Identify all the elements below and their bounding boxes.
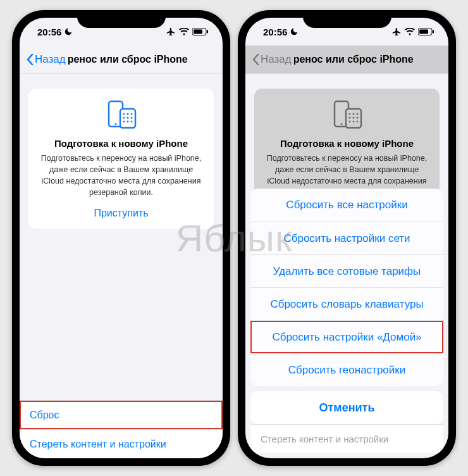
svg-rect-2	[207, 30, 208, 34]
battery-icon	[418, 28, 434, 35]
moon-icon	[64, 27, 73, 36]
notch	[303, 10, 391, 28]
reset-row[interactable]: Сброс	[20, 400, 223, 429]
chevron-left-icon	[26, 53, 34, 66]
card-body: Подготовьтесь к переносу на новый iPhone…	[39, 153, 204, 199]
svg-point-26	[356, 117, 358, 119]
svg-point-7	[126, 113, 128, 115]
status-time: 20:56	[263, 27, 287, 37]
screen-left: 20:56 Назад Пере	[20, 18, 223, 458]
svg-point-8	[130, 113, 132, 115]
svg-point-13	[126, 121, 128, 123]
sheet-option-reset-network[interactable]: Сбросить настройки сети	[250, 222, 443, 254]
sheet-option-reset-keyboard[interactable]: Сбросить словарь клавиатуры	[250, 287, 443, 320]
svg-point-12	[123, 121, 125, 123]
moon-icon	[290, 27, 299, 36]
svg-point-10	[126, 117, 128, 119]
card-title: Подготовка к новому iPhone	[264, 138, 429, 149]
sheet-option-reset-all[interactable]: Сбросить все настройки	[250, 189, 443, 222]
svg-point-4	[114, 123, 116, 125]
svg-rect-17	[433, 30, 434, 34]
svg-point-29	[356, 121, 358, 123]
phone-frame-left: 20:56 Назад Пере	[12, 10, 230, 466]
screen-right: 20:56 Назад Пере	[245, 18, 448, 458]
svg-point-14	[130, 121, 132, 123]
content-area: Подготовка к новому iPhone Подготовьтесь…	[20, 73, 223, 458]
svg-point-11	[130, 117, 132, 119]
airplane-icon	[392, 27, 402, 37]
chevron-left-icon	[252, 53, 259, 66]
bottom-options: Сброс Стереть контент и настройки	[20, 400, 223, 458]
action-sheet: Сбросить все настройки Сбросить настройк…	[245, 184, 448, 458]
back-label: Назад	[35, 53, 68, 66]
status-time: 20:56	[37, 27, 61, 37]
devices-icon	[39, 100, 204, 130]
svg-point-23	[356, 113, 358, 115]
svg-point-22	[352, 113, 354, 115]
nav-bar: Назад Перенос или сброс iPhone	[245, 46, 448, 73]
svg-point-25	[352, 117, 354, 119]
nav-bar: Назад Перенос или сброс iPhone	[20, 46, 223, 73]
svg-rect-1	[194, 30, 202, 34]
card-title: Подготовка к новому iPhone	[39, 138, 204, 149]
erase-row-peek: Стереть контент и настройки	[250, 424, 443, 453]
prepare-card: Подготовка к новому iPhone Подготовьтесь…	[28, 89, 214, 229]
phone-frame-right: 20:56 Назад Пере	[238, 10, 456, 466]
svg-point-21	[348, 113, 350, 115]
back-label: Назад	[261, 53, 294, 66]
back-button[interactable]: Назад	[252, 53, 294, 66]
svg-point-27	[348, 121, 350, 123]
svg-point-6	[123, 113, 125, 115]
battery-icon	[192, 28, 209, 35]
airplane-icon	[166, 27, 176, 37]
action-sheet-list: Сбросить все настройки Сбросить настройк…	[250, 189, 443, 386]
erase-row[interactable]: Стереть контент и настройки	[20, 429, 223, 458]
svg-point-19	[340, 123, 342, 125]
svg-point-28	[352, 121, 354, 123]
notch	[77, 10, 166, 28]
wifi-icon	[405, 28, 415, 35]
wifi-icon	[179, 28, 189, 35]
svg-rect-16	[419, 30, 428, 34]
devices-icon	[264, 100, 429, 130]
svg-point-9	[123, 117, 125, 119]
sheet-cancel-button[interactable]: Отменить	[250, 391, 443, 424]
sheet-option-reset-location[interactable]: Сбросить геонастройки	[250, 353, 443, 386]
sheet-option-remove-cellular[interactable]: Удалить все сотовые тарифы	[250, 254, 443, 287]
card-action-button[interactable]: Приступить	[39, 208, 204, 219]
sheet-option-reset-home[interactable]: Сбросить настройки «Домой»	[250, 320, 443, 353]
svg-point-24	[348, 117, 350, 119]
back-button[interactable]: Назад	[26, 53, 68, 66]
